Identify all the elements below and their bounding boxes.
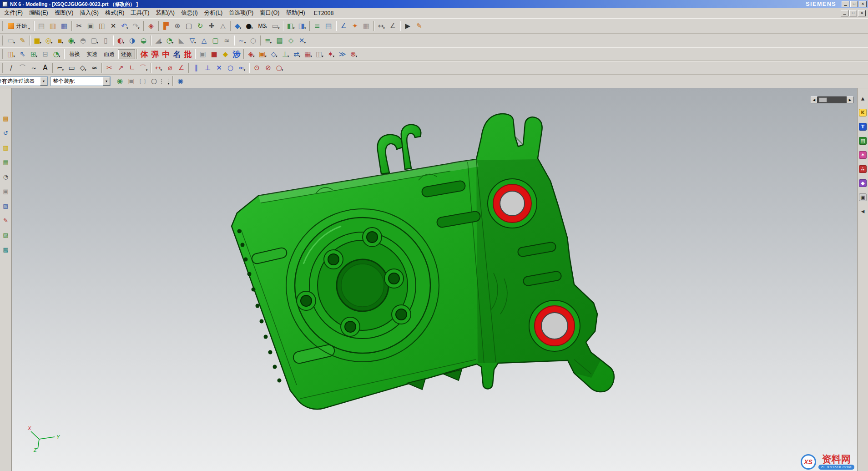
measure-distance-icon[interactable]: ↔▾: [376, 20, 387, 31]
ellipse-icon[interactable]: ○▾: [274, 62, 285, 73]
reuse-library-icon[interactable]: ▤: [858, 136, 868, 145]
revolve-icon[interactable]: ◎▾: [43, 35, 55, 46]
wcs-icon[interactable]: ∠: [338, 20, 349, 31]
profile-icon[interactable]: ⌐▾: [55, 62, 66, 73]
intersect-icon[interactable]: ◒: [138, 35, 149, 46]
paste-icon[interactable]: ◫: [96, 20, 108, 31]
perpendicular-constraint-icon[interactable]: ⊥: [202, 62, 213, 73]
redo-icon[interactable]: ↷▾: [131, 20, 142, 31]
pencil-icon[interactable]: ✎: [1, 216, 10, 225]
menu-item-10[interactable]: 窗口(O): [257, 8, 283, 18]
hole-icon[interactable]: ◉▾: [66, 35, 77, 46]
replace-face-icon[interactable]: ⊟: [40, 49, 51, 60]
scroll-left-icon[interactable]: ◀: [811, 96, 818, 103]
line-icon[interactable]: ∕: [5, 62, 17, 73]
m3-tool-button[interactable]: M3▾: [255, 21, 270, 31]
selection-arrow-icon[interactable]: ▶: [402, 20, 414, 31]
new-icon[interactable]: ▤: [36, 20, 47, 31]
shaded-view-icon[interactable]: ◆▾: [232, 20, 244, 31]
roles-icon[interactable]: ▤: [1, 114, 10, 123]
mirror-assembly-icon[interactable]: ◫▾: [314, 49, 325, 60]
move-face-icon[interactable]: ◫▾: [5, 49, 17, 60]
exploded-view-icon[interactable]: ✶▾: [325, 49, 337, 60]
snapshot-icon[interactable]: ◨▾: [297, 20, 308, 31]
replace-display-button[interactable]: 替换: [66, 49, 83, 59]
trim-body-icon[interactable]: ▽▾: [187, 35, 198, 46]
zoom-window-icon[interactable]: ▢: [183, 20, 195, 31]
offset-region-icon[interactable]: ⊞▾: [28, 49, 40, 60]
menu-item-4[interactable]: 格式(R): [102, 8, 127, 18]
block-icon[interactable]: ▪▾: [55, 35, 66, 46]
chart-icon[interactable]: ▨: [1, 230, 10, 239]
scroll-right-icon[interactable]: ▶: [847, 96, 853, 103]
restore-button[interactable]: □: [850, 1, 858, 7]
menu-item-1[interactable]: 编辑(E): [26, 8, 51, 18]
sphere-select-icon[interactable]: ◉: [175, 76, 186, 87]
selection-filter-dropdown-icon[interactable]: ▼: [40, 77, 47, 86]
move-component-icon[interactable]: ⇄▾: [291, 49, 303, 60]
restore-display-button[interactable]: 还原: [118, 49, 135, 59]
drag-component-icon[interactable]: ◇▾: [268, 49, 280, 60]
menu-item-7[interactable]: 信息(I): [178, 8, 201, 18]
through-curves-icon[interactable]: ≡▾: [262, 35, 274, 46]
fit-view-icon[interactable]: ▛: [161, 20, 172, 31]
menu-item-6[interactable]: 装配(A): [152, 8, 178, 18]
interference-check-button[interactable]: 涉: [231, 49, 242, 60]
menu-item-et2008[interactable]: ET2008: [308, 9, 339, 17]
snap-point-icon[interactable]: ◉: [114, 76, 126, 87]
model-red-hole-bottom[interactable]: [529, 300, 580, 351]
center-tool-button[interactable]: 中: [161, 49, 172, 60]
unite-icon[interactable]: ◐▾: [115, 35, 126, 46]
grid-icon[interactable]: ▦: [361, 20, 372, 31]
open-icon[interactable]: ▥: [47, 20, 59, 31]
n-sided-surface-icon[interactable]: ◇: [285, 35, 297, 46]
pocket-icon[interactable]: ▢▾: [89, 35, 100, 46]
spring-tool-button[interactable]: 弹: [150, 49, 161, 60]
body-display-button[interactable]: 体: [139, 49, 150, 60]
materials-icon[interactable]: ◆: [858, 178, 868, 187]
boss-icon[interactable]: ◓: [77, 35, 89, 46]
extrude-icon[interactable]: ■▾: [32, 35, 43, 46]
delete-constraint-icon[interactable]: ✕: [213, 62, 225, 73]
datum-plane-icon[interactable]: ▭▾: [5, 35, 17, 46]
rectangle-select-icon[interactable]: ▾: [160, 76, 171, 87]
quick-extend-icon[interactable]: ↗: [115, 62, 126, 73]
find-component-icon[interactable]: ◈▾: [246, 49, 257, 60]
folder-icon[interactable]: ▥: [1, 143, 10, 152]
menu-item-8[interactable]: 分析(L): [201, 8, 226, 18]
start-button[interactable]: 开始▾: [5, 20, 32, 32]
spline-icon[interactable]: ～: [28, 62, 40, 73]
parallel-constraint-icon[interactable]: ∥: [191, 62, 202, 73]
background-color-icon[interactable]: ▭▾: [270, 20, 282, 31]
cad-model[interactable]: [12, 88, 857, 471]
menu-item-3[interactable]: 插入(S): [76, 8, 102, 18]
pad-icon[interactable]: ▯: [100, 35, 111, 46]
gradient-icon[interactable]: ▧: [1, 201, 10, 210]
palette-balls-icon[interactable]: ∴: [858, 164, 868, 173]
delete-icon[interactable]: ✕: [108, 20, 119, 31]
toolbar-grip[interactable]: [2, 63, 3, 73]
select-all-icon[interactable]: ▣: [126, 76, 137, 87]
pull-face-icon[interactable]: ⇖: [17, 49, 28, 60]
cut-icon[interactable]: ✂: [74, 20, 85, 31]
sweep-icon[interactable]: ～▾: [236, 35, 247, 46]
show-constraints-icon[interactable]: ∞▾: [236, 62, 247, 73]
copy-icon[interactable]: ▣: [85, 20, 96, 31]
text-curve-icon[interactable]: A: [40, 62, 51, 73]
text-tools-icon[interactable]: T: [858, 122, 868, 131]
rectangle-icon[interactable]: ▭: [66, 62, 77, 73]
menu-item-5[interactable]: 工具(T): [127, 8, 152, 18]
fillet-icon[interactable]: ⌒▾: [138, 62, 149, 73]
rendering-style-icon[interactable]: ●▾: [244, 20, 255, 31]
knowledge-fusion-icon[interactable]: K: [858, 108, 868, 117]
orient-view-icon[interactable]: ◧▾: [285, 20, 297, 31]
radial-dimension-icon[interactable]: ⌀: [164, 62, 176, 73]
pattern-component-icon[interactable]: ▦▾: [303, 49, 314, 60]
menu-item-11[interactable]: 帮助(H): [283, 8, 308, 18]
shell-icon[interactable]: ▢: [210, 35, 221, 46]
tangent-constraint-icon[interactable]: ○: [225, 62, 236, 73]
menu-item-2[interactable]: 视图(V): [51, 8, 77, 18]
chamfer-icon[interactable]: ◣: [176, 35, 187, 46]
graphics-viewport[interactable]: ◀ ▶ X Y Z XS 资料网 ZL.XS1616.COM: [12, 88, 857, 471]
model-red-hole-top[interactable]: [488, 179, 537, 228]
